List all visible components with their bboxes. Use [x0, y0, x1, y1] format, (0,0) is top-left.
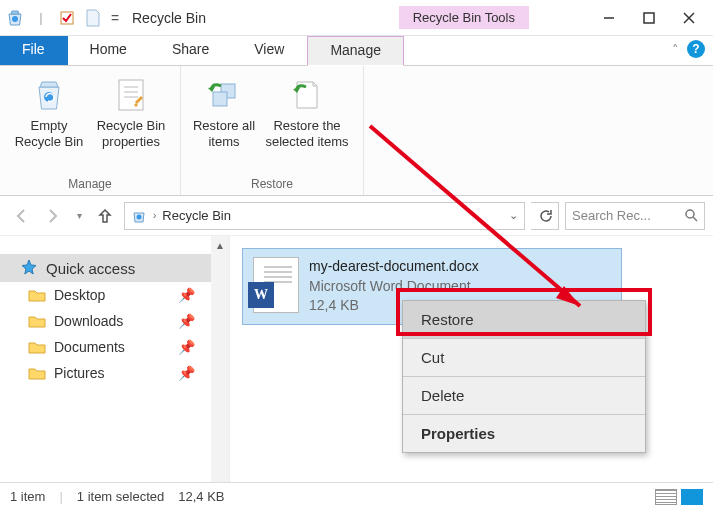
- sidebar-item-pictures[interactable]: Pictures 📌: [0, 360, 229, 386]
- context-menu: Restore Cut Delete Properties: [402, 300, 646, 453]
- properties-label: Recycle Bin properties: [92, 118, 170, 149]
- address-location: Recycle Bin: [162, 208, 231, 223]
- recycle-bin-properties-button[interactable]: Recycle Bin properties: [92, 70, 170, 175]
- empty-bin-label: Empty Recycle Bin: [10, 118, 88, 149]
- folder-icon: [28, 288, 46, 302]
- qat-separator: |: [30, 7, 52, 29]
- close-button[interactable]: [669, 3, 709, 33]
- qat-dropdown-icon[interactable]: =: [108, 7, 122, 29]
- address-chevron-icon[interactable]: ›: [153, 210, 156, 221]
- view-mode-buttons: [655, 489, 703, 505]
- ribbon-group-restore-label: Restore: [251, 175, 293, 195]
- svg-line-15: [693, 217, 697, 221]
- search-input[interactable]: Search Rec...: [565, 202, 705, 230]
- sidebar-item-desktop[interactable]: Desktop 📌: [0, 282, 229, 308]
- svg-rect-3: [644, 13, 654, 23]
- tab-home[interactable]: Home: [68, 36, 150, 65]
- empty-bin-icon: [32, 76, 66, 114]
- window-title: Recycle Bin: [132, 10, 206, 26]
- recycle-bin-icon: [4, 7, 26, 29]
- sidebar-item-label: Downloads: [54, 313, 123, 329]
- minimize-button[interactable]: [589, 3, 629, 33]
- tab-view[interactable]: View: [232, 36, 307, 65]
- status-size: 12,4 KB: [178, 489, 224, 504]
- sidebar-qa-label: Quick access: [46, 260, 135, 277]
- svg-point-13: [137, 214, 142, 219]
- svg-point-0: [12, 16, 18, 22]
- sidebar-scrollbar[interactable]: ▲: [211, 236, 229, 482]
- address-bin-icon: [131, 208, 147, 224]
- ctx-delete[interactable]: Delete: [403, 377, 645, 415]
- address-dropdown-icon[interactable]: ⌄: [509, 209, 518, 222]
- sidebar-item-label: Pictures: [54, 365, 105, 381]
- qat-document-icon[interactable]: [82, 7, 104, 29]
- restore-selected-button[interactable]: Restore the selected items: [261, 70, 353, 175]
- qat-properties-icon[interactable]: [56, 7, 78, 29]
- sidebar: Quick access Desktop 📌 Downloads 📌 Docum…: [0, 236, 230, 482]
- file-name: my-dearest-document.docx: [309, 257, 479, 277]
- file-type: Microsoft Word Document: [309, 277, 479, 297]
- titlebar: | = Recycle Bin Recycle Bin Tools: [0, 0, 713, 36]
- ctx-properties[interactable]: Properties: [403, 415, 645, 452]
- sidebar-item-documents[interactable]: Documents 📌: [0, 334, 229, 360]
- scroll-up-icon[interactable]: ▲: [211, 236, 229, 254]
- svg-point-14: [686, 210, 694, 218]
- restore-selected-label: Restore the selected items: [261, 118, 353, 149]
- context-tab-label[interactable]: Recycle Bin Tools: [399, 6, 529, 29]
- maximize-button[interactable]: [629, 3, 669, 33]
- pin-icon: 📌: [178, 287, 195, 303]
- pin-icon: 📌: [178, 313, 195, 329]
- restore-all-icon: [207, 76, 241, 114]
- search-placeholder: Search Rec...: [572, 208, 651, 223]
- address-bar[interactable]: › Recycle Bin ⌄: [124, 202, 525, 230]
- folder-icon: [28, 314, 46, 328]
- ribbon: Empty Recycle Bin Recycle Bin properties…: [0, 66, 713, 196]
- restore-all-label: Restore all items: [191, 118, 257, 149]
- ribbon-group-manage: Empty Recycle Bin Recycle Bin properties…: [0, 66, 181, 195]
- status-item-count: 1 item: [10, 489, 45, 504]
- pin-icon: 📌: [178, 365, 195, 381]
- empty-recycle-bin-button[interactable]: Empty Recycle Bin: [10, 70, 88, 175]
- sidebar-item-label: Documents: [54, 339, 125, 355]
- sidebar-item-downloads[interactable]: Downloads 📌: [0, 308, 229, 334]
- search-icon: [685, 209, 698, 222]
- sidebar-item-label: Desktop: [54, 287, 105, 303]
- ctx-cut[interactable]: Cut: [403, 339, 645, 377]
- tab-share[interactable]: Share: [150, 36, 232, 65]
- properties-icon: [116, 76, 146, 114]
- forward-button[interactable]: [40, 203, 66, 229]
- up-button[interactable]: [92, 203, 118, 229]
- folder-icon: [28, 340, 46, 354]
- status-bar: 1 item | 1 item selected 12,4 KB: [0, 482, 713, 510]
- details-view-button[interactable]: [655, 489, 677, 505]
- help-icon[interactable]: ?: [687, 40, 705, 58]
- restore-selected-icon: [292, 76, 322, 114]
- recent-dropdown-icon[interactable]: ▾: [72, 203, 86, 229]
- ribbon-tabs: File Home Share View Manage ˄ ?: [0, 36, 713, 66]
- ribbon-group-manage-label: Manage: [68, 175, 111, 195]
- ctx-restore[interactable]: Restore: [403, 301, 645, 339]
- status-selected: 1 item selected: [77, 489, 164, 504]
- word-document-icon: W: [253, 257, 299, 313]
- tiles-view-button[interactable]: [681, 489, 703, 505]
- back-button[interactable]: [8, 203, 34, 229]
- ribbon-group-restore: Restore all items Restore the selected i…: [181, 66, 364, 195]
- navigation-bar: ▾ › Recycle Bin ⌄ Search Rec...: [0, 196, 713, 236]
- restore-all-button[interactable]: Restore all items: [191, 70, 257, 175]
- svg-rect-7: [119, 80, 143, 110]
- svg-rect-12: [213, 92, 227, 106]
- pin-icon: 📌: [178, 339, 195, 355]
- star-icon: [20, 259, 38, 277]
- ribbon-collapse-icon[interactable]: ˄: [672, 42, 679, 57]
- folder-icon: [28, 366, 46, 380]
- sidebar-quick-access[interactable]: Quick access: [0, 254, 229, 282]
- refresh-button[interactable]: [531, 202, 559, 230]
- tab-file[interactable]: File: [0, 36, 68, 65]
- tab-manage[interactable]: Manage: [307, 36, 404, 66]
